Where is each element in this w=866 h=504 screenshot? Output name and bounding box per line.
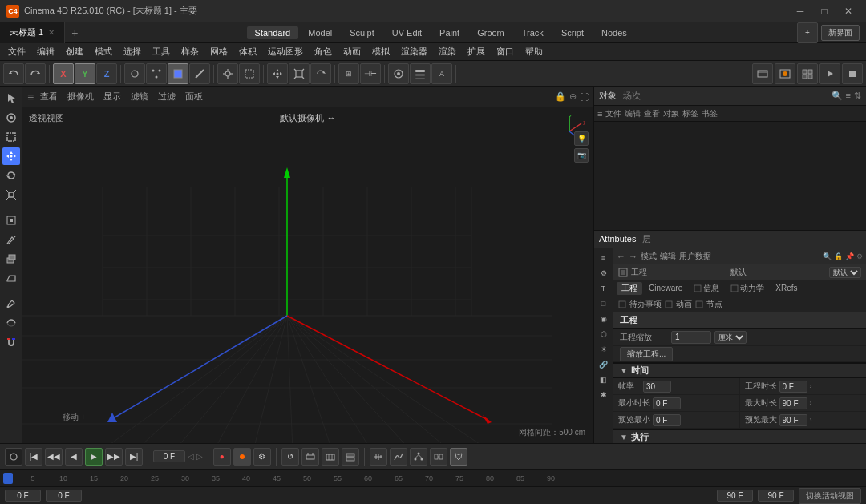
auto-record-button[interactable]: ● xyxy=(213,448,231,466)
settings-button[interactable]: ⚙ xyxy=(253,448,271,466)
tool-render[interactable] xyxy=(388,63,409,84)
attr-icon-9[interactable]: ◧ xyxy=(597,373,610,386)
max-time-input[interactable] xyxy=(779,397,807,409)
sidebar-smooth[interactable] xyxy=(2,314,20,332)
play-back-button[interactable]: ◀ xyxy=(65,448,83,466)
attr-icon-10[interactable]: ✱ xyxy=(597,389,610,401)
playback-settings[interactable] xyxy=(301,448,319,466)
viewport-fullscreen-icon[interactable]: ⛶ xyxy=(580,92,589,102)
menu-mode[interactable]: 模式 xyxy=(90,44,117,59)
menu-edit[interactable]: 编辑 xyxy=(32,44,59,59)
viewport-icon-2[interactable]: 📷 xyxy=(574,148,589,163)
menu-renderer[interactable]: 渲染器 xyxy=(396,44,432,59)
mode-poly[interactable] xyxy=(168,63,188,84)
project-tab-cineware[interactable]: Cineware xyxy=(644,283,687,293)
attr-icon-2[interactable]: ⚙ xyxy=(597,267,610,280)
menu-tools[interactable]: 工具 xyxy=(148,44,175,59)
section-project[interactable]: 工程 xyxy=(613,312,866,329)
sort-icon[interactable]: ⇅ xyxy=(854,91,861,101)
viewport-center-icon[interactable]: ⊕ xyxy=(569,91,577,102)
section-execute[interactable]: ▼ 执行 xyxy=(613,429,866,443)
viewport-menu-panel[interactable]: 面板 xyxy=(182,90,206,103)
menu-mograph[interactable]: 运动图形 xyxy=(263,44,308,59)
mode-fwd-btn[interactable]: → xyxy=(629,252,637,261)
cloth-button[interactable] xyxy=(450,448,467,466)
mode-tab-track[interactable]: Track xyxy=(514,26,552,39)
current-frame-input[interactable] xyxy=(46,490,82,502)
menu-animation[interactable]: 动画 xyxy=(338,44,366,59)
default-dropdown[interactable]: 默认 xyxy=(829,267,861,278)
attr-icon-1[interactable]: ≡ xyxy=(597,252,610,264)
menu-select[interactable]: 选择 xyxy=(119,44,146,59)
nla-button[interactable] xyxy=(342,448,359,466)
sub-tab-todo[interactable]: 待办事项 xyxy=(629,299,662,310)
menu-window[interactable]: 窗口 xyxy=(492,44,519,59)
goto-end-button[interactable]: ▶| xyxy=(125,448,143,466)
mode-tab-edit[interactable]: 编辑 xyxy=(660,251,676,262)
sub-tab-animation[interactable]: 动画 xyxy=(676,299,692,310)
sidebar-knife[interactable] xyxy=(2,231,20,248)
tool-renderqueue[interactable] xyxy=(410,63,431,84)
attr-tab-attributes[interactable]: Attributes xyxy=(599,234,636,244)
scale-input[interactable] xyxy=(671,331,711,344)
om-edit[interactable]: 编辑 xyxy=(625,108,641,119)
end-frame-input2[interactable] xyxy=(758,490,794,502)
maximize-button[interactable]: □ xyxy=(813,3,836,19)
sidebar-extrude[interactable] xyxy=(2,250,20,268)
mode-tab-nodes[interactable]: Nodes xyxy=(593,26,635,39)
attr-icon-3[interactable]: T xyxy=(597,282,610,295)
render-settings-button[interactable] xyxy=(752,63,773,84)
attr-icon-7[interactable]: ☀ xyxy=(597,343,610,356)
tool-render-region[interactable] xyxy=(239,63,260,84)
tab-objects[interactable]: 对象 xyxy=(599,90,617,102)
tool-axis-z[interactable]: Z xyxy=(96,63,117,84)
attr-icon-6[interactable]: ⬡ xyxy=(597,328,610,341)
project-length-input[interactable] xyxy=(779,381,807,393)
viewport-menu-camera[interactable]: 摄像机 xyxy=(64,90,97,103)
tool-align[interactable]: ⊞ xyxy=(338,63,359,84)
goto-start-button[interactable]: |◀ xyxy=(25,448,42,466)
schematic-button[interactable] xyxy=(410,448,427,466)
end-frame-input1[interactable] xyxy=(717,490,753,502)
viewport-menu-icon[interactable]: ≡ xyxy=(27,91,34,103)
viewport-menu-options[interactable]: 滤镜 xyxy=(127,90,152,103)
mode-tab-model[interactable]: Model xyxy=(300,26,340,39)
play-fwd-button[interactable]: ▶▶ xyxy=(105,448,123,466)
viewport-icon-1[interactable]: 💡 xyxy=(574,131,589,146)
render-all-button[interactable] xyxy=(797,63,818,84)
menu-create[interactable]: 创建 xyxy=(61,44,88,59)
om-object[interactable]: 对象 xyxy=(663,108,679,119)
switch-view-button[interactable]: 切换活动视图 xyxy=(799,488,861,504)
menu-character[interactable]: 角色 xyxy=(310,44,337,59)
render-stop-button[interactable] xyxy=(842,63,863,84)
tool-axis-x[interactable]: X xyxy=(53,63,74,84)
redo-button[interactable] xyxy=(25,63,46,84)
tab-add-button[interactable]: + xyxy=(65,26,84,39)
project-tab-dynamics[interactable]: 动力学 xyxy=(726,282,769,295)
tool-axis-y[interactable]: Y xyxy=(75,63,95,84)
menu-spline[interactable]: 样条 xyxy=(176,44,204,59)
tool-move[interactable] xyxy=(267,63,288,84)
viewport-menu-display[interactable]: 显示 xyxy=(100,90,124,103)
mode-tab-standard[interactable]: Standard xyxy=(247,26,299,39)
menu-render[interactable]: 渲染 xyxy=(434,44,461,59)
sidebar-select-tool[interactable] xyxy=(2,90,20,107)
mode-tab-userdata[interactable]: 用户数据 xyxy=(679,251,711,262)
attr-search-icon[interactable]: 🔍 xyxy=(823,252,832,260)
mode-tab-paint[interactable]: Paint xyxy=(431,26,467,39)
menu-help[interactable]: 帮助 xyxy=(520,44,548,59)
curve-editor-button[interactable] xyxy=(390,448,407,466)
attr-icon-8[interactable]: 🔗 xyxy=(597,358,610,371)
mode-point[interactable] xyxy=(146,63,167,84)
mode-tab-mode[interactable]: 模式 xyxy=(641,251,657,262)
project-tab-xrefs[interactable]: XRefs xyxy=(771,283,802,293)
viewport-menu-filter[interactable]: 过滤 xyxy=(155,90,179,103)
mode-object[interactable] xyxy=(124,63,145,84)
tab-scene[interactable]: 场次 xyxy=(623,90,641,102)
start-frame-input[interactable] xyxy=(5,490,41,502)
attr-lock-icon[interactable]: 🔒 xyxy=(834,252,843,260)
menu-volume[interactable]: 体积 xyxy=(234,44,261,59)
sidebar-move-tool[interactable] xyxy=(2,147,20,165)
tool-scale[interactable] xyxy=(289,63,310,84)
attr-icon-4[interactable]: □ xyxy=(597,297,610,310)
